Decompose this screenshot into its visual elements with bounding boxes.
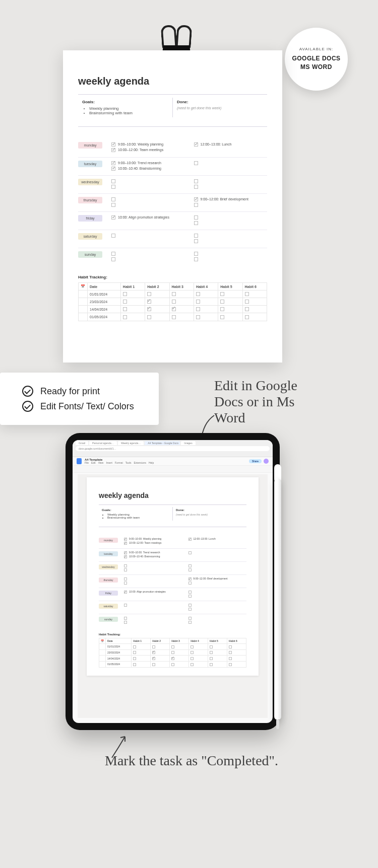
checkbox-icon[interactable] [172, 307, 176, 311]
checkbox-icon[interactable] [194, 215, 198, 220]
checkbox-icon[interactable] [210, 663, 213, 666]
checkbox-icon[interactable] [111, 161, 115, 165]
checkbox-icon[interactable] [210, 645, 213, 648]
checkbox-icon[interactable] [188, 591, 192, 594]
checkbox-icon[interactable] [111, 257, 115, 261]
checkbox-icon[interactable] [188, 617, 192, 620]
checkbox-icon[interactable] [147, 307, 151, 311]
checkbox-icon[interactable] [124, 621, 127, 624]
checkbox-icon[interactable] [245, 300, 249, 304]
browser-tab[interactable]: Gmail [76, 441, 88, 445]
url-bar[interactable]: docs.google.com/document/d/1… [76, 446, 270, 451]
checkbox-icon[interactable] [194, 252, 198, 256]
checkbox-icon[interactable] [229, 651, 232, 654]
checkbox-icon[interactable] [152, 657, 155, 660]
checkbox-icon[interactable] [229, 645, 232, 648]
checkbox-icon[interactable] [111, 215, 115, 220]
browser-tab[interactable]: A4 Template - Google Docs [145, 441, 180, 445]
checkbox-icon[interactable] [111, 167, 115, 171]
checkbox-icon[interactable] [194, 142, 198, 147]
checkbox-icon[interactable] [124, 568, 127, 571]
checkbox-icon[interactable] [124, 564, 127, 567]
checkbox-icon[interactable] [171, 657, 174, 660]
checkbox-icon[interactable] [111, 252, 115, 256]
checkbox-icon[interactable] [196, 307, 200, 311]
checkbox-icon[interactable] [196, 315, 200, 319]
checkbox-icon[interactable] [172, 292, 176, 296]
browser-tab[interactable]: Weekly agenda… [118, 441, 144, 445]
menu-item[interactable]: Format [115, 461, 123, 464]
checkbox-icon[interactable] [210, 651, 213, 654]
menu-item[interactable]: Edit [91, 461, 96, 464]
checkbox-icon[interactable] [194, 197, 198, 201]
checkbox-icon[interactable] [188, 608, 192, 611]
checkbox-icon[interactable] [196, 300, 200, 304]
checkbox-icon[interactable] [194, 161, 198, 165]
checkbox-icon[interactable] [152, 645, 155, 648]
checkbox-icon[interactable] [147, 315, 151, 319]
checkbox-icon[interactable] [111, 148, 115, 152]
menu-item[interactable]: File [85, 461, 89, 464]
checkbox-icon[interactable] [191, 663, 194, 666]
menu-item[interactable]: Insert [106, 461, 112, 464]
checkbox-icon[interactable] [194, 179, 198, 183]
browser-tab[interactable]: Personal agenda… [89, 441, 117, 445]
checkbox-icon[interactable] [124, 591, 127, 594]
checkbox-icon[interactable] [172, 315, 176, 319]
checkbox-icon[interactable] [188, 568, 192, 571]
checkbox-icon[interactable] [111, 203, 115, 207]
checkbox-icon[interactable] [124, 604, 127, 607]
browser-tab[interactable]: Images [181, 441, 195, 445]
checkbox-icon[interactable] [123, 315, 127, 319]
checkbox-icon[interactable] [172, 300, 176, 304]
checkbox-icon[interactable] [196, 292, 200, 296]
checkbox-icon[interactable] [152, 663, 155, 666]
checkbox-icon[interactable] [111, 197, 115, 201]
checkbox-icon[interactable] [171, 663, 174, 666]
menu-item[interactable]: Tools [125, 461, 132, 464]
checkbox-icon[interactable] [188, 551, 192, 554]
checkbox-icon[interactable] [194, 257, 198, 261]
checkbox-icon[interactable] [220, 292, 224, 296]
checkbox-icon[interactable] [124, 577, 127, 581]
checkbox-icon[interactable] [194, 185, 198, 189]
share-button[interactable]: Share [249, 459, 262, 463]
checkbox-icon[interactable] [123, 292, 127, 296]
checkbox-icon[interactable] [111, 185, 115, 189]
checkbox-icon[interactable] [245, 292, 249, 296]
checkbox-icon[interactable] [194, 203, 198, 207]
checkbox-icon[interactable] [245, 307, 249, 311]
checkbox-icon[interactable] [188, 538, 192, 541]
checkbox-icon[interactable] [124, 542, 127, 545]
checkbox-icon[interactable] [123, 307, 127, 311]
checkbox-icon[interactable] [111, 179, 115, 183]
checkbox-icon[interactable] [171, 651, 174, 654]
checkbox-icon[interactable] [188, 604, 192, 607]
gdocs-toolbar[interactable] [73, 466, 273, 473]
checkbox-icon[interactable] [188, 595, 192, 598]
checkbox-icon[interactable] [210, 657, 213, 660]
checkbox-icon[interactable] [188, 582, 192, 585]
checkbox-icon[interactable] [191, 645, 194, 648]
menu-item[interactable]: View [98, 461, 104, 464]
checkbox-icon[interactable] [188, 564, 192, 567]
checkbox-icon[interactable] [133, 651, 136, 654]
checkbox-icon[interactable] [133, 645, 136, 648]
checkbox-icon[interactable] [220, 315, 224, 319]
checkbox-icon[interactable] [245, 315, 249, 319]
checkbox-icon[interactable] [124, 582, 127, 585]
checkbox-icon[interactable] [147, 292, 151, 296]
checkbox-icon[interactable] [133, 663, 136, 666]
menu-item[interactable]: Help [149, 461, 154, 464]
checkbox-icon[interactable] [123, 300, 127, 304]
checkbox-icon[interactable] [133, 657, 136, 660]
checkbox-icon[interactable] [194, 234, 198, 238]
checkbox-icon[interactable] [229, 663, 232, 666]
checkbox-icon[interactable] [188, 621, 192, 624]
checkbox-icon[interactable] [194, 221, 198, 225]
checkbox-icon[interactable] [188, 577, 192, 581]
avatar[interactable] [264, 459, 269, 464]
checkbox-icon[interactable] [124, 617, 127, 620]
checkbox-icon[interactable] [124, 555, 127, 558]
menu-item[interactable]: Extensions [134, 461, 146, 464]
